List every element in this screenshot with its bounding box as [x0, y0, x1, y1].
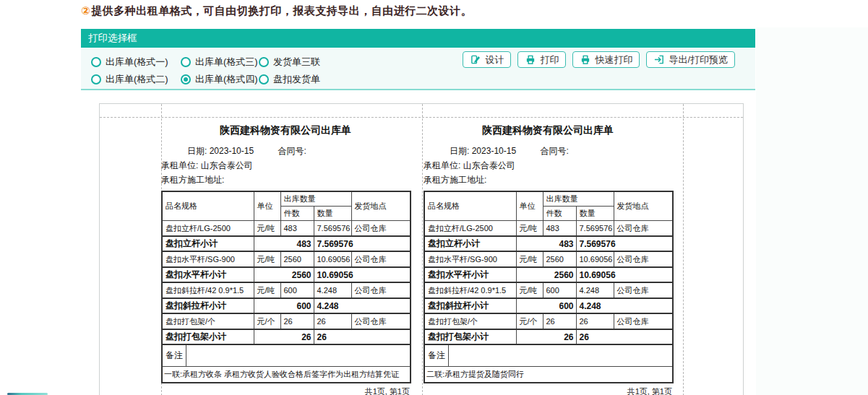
cell-subtotal-label: 盘扣立杆小计 [162, 236, 254, 251]
quick-print-button[interactable]: 快速打印 [572, 51, 640, 68]
lessee-line: 承租单位: 山东合泰公司 [161, 158, 410, 173]
cell-unit: 元/吨 [254, 282, 280, 298]
radio-icon[interactable] [181, 57, 191, 67]
radio-label: 出库单(格式二) [106, 73, 168, 86]
cell-quantity: 26 [314, 313, 351, 329]
cell-unit: 元/吨 [254, 221, 280, 237]
print-preview-page: 陕西建科物资有限公司出库单 日期: 2023-10-15 合同号: 承租单位: … [99, 103, 744, 395]
header-location: 发货地点 [614, 191, 673, 221]
cell-subtotal-label: 盘扣斜拉杆小计 [162, 298, 254, 313]
cell-subtotal-pieces: 483 [254, 236, 314, 251]
radio-icon[interactable] [259, 57, 269, 67]
radio-icon[interactable] [91, 74, 101, 84]
radio-label: 发货单三联 [273, 56, 320, 69]
cell-unit: 元/个 [254, 313, 280, 329]
table-subtotal-row: 盘扣打包架小计2626 [424, 329, 673, 344]
table-item-row: 盘扣打包架/个元/个2626公司仓库 [162, 313, 411, 329]
radio-selected-icon[interactable] [181, 74, 191, 84]
radio-label: 出库单(格式三) [195, 56, 258, 69]
date-label: 日期: [450, 146, 469, 156]
design-button-label: 设计 [485, 53, 504, 66]
table-item-row: 盘扣斜拉杆/42 0.9*1.5元/吨6004.248公司仓库 [424, 282, 673, 298]
cell-subtotal-quantity: 4.248 [314, 298, 411, 313]
table-item-row: 盘扣水平杆/SG-900元/吨256010.69056公司仓库 [162, 251, 411, 267]
print-button[interactable]: 打印 [517, 51, 566, 68]
cell-pieces: 26 [280, 313, 314, 329]
cell-subtotal-quantity: 4.248 [576, 298, 673, 313]
table-item-row: 盘扣立杆/LG-2500元/吨4837.569576公司仓库 [424, 221, 673, 237]
radio-label: 盘扣发货单 [273, 73, 320, 86]
table-subtotal-row: 盘扣斜拉杆小计6004.248 [424, 298, 673, 313]
delivery-note-copy-2: 陕西建科物资有限公司出库单 日期: 2023-10-15 合同号: 承租单位: … [424, 122, 672, 395]
cell-product: 盘扣斜拉杆/42 0.9*1.5 [162, 282, 254, 298]
header-quantity: 数量 [314, 207, 351, 221]
cell-subtotal-quantity: 26 [314, 329, 411, 344]
cell-quantity: 26 [576, 313, 614, 329]
design-button[interactable]: 设计 [463, 51, 511, 68]
remark-row: 备注 [162, 344, 411, 367]
cell-subtotal-label: 盘扣水平杆小计 [162, 267, 254, 282]
cell-product: 盘扣立杆/LG-2500 [424, 221, 516, 237]
export-print-preview-button[interactable]: 导出/打印预览 [646, 51, 735, 68]
cell-pieces: 2560 [543, 251, 576, 267]
export-icon [653, 54, 665, 65]
cell-unit: 元/吨 [254, 251, 280, 267]
cell-location: 公司仓库 [614, 221, 673, 237]
radio-icon[interactable] [259, 74, 269, 84]
cell-unit: 元/个 [516, 313, 543, 329]
cell-unit: 元/吨 [516, 282, 543, 298]
cell-product: 盘扣打包架/个 [162, 313, 254, 329]
table-item-row: 盘扣立杆/LG-2500元/吨4837.569576公司仓库 [162, 221, 411, 237]
cell-pieces: 600 [280, 282, 314, 298]
cell-subtotal-pieces: 2560 [254, 267, 314, 282]
cell-location: 公司仓库 [351, 313, 411, 329]
cell-quantity: 10.69056 [576, 251, 614, 267]
print-icon [525, 54, 536, 65]
panel-title: 打印选择框 [81, 29, 755, 48]
cell-product: 盘扣打包架/个 [424, 313, 516, 329]
margin-guide-right [683, 104, 684, 395]
cell-location: 公司仓库 [351, 221, 411, 237]
site-line: 承租方施工地址: [424, 173, 672, 187]
print-selection-panel: 打印选择框 出库单(格式一) 出库单(格式二) 出库单(格式三) 出库单(格式四… [81, 29, 755, 90]
header-product: 品名规格 [424, 191, 516, 221]
design-icon [470, 54, 481, 65]
header-pieces: 件数 [543, 207, 576, 221]
cell-pieces: 600 [543, 282, 576, 298]
radio-format-2[interactable]: 出库单(格式二) [91, 71, 181, 88]
cell-quantity: 7.569576 [576, 221, 614, 237]
cell-subtotal-pieces: 26 [516, 329, 576, 344]
cell-product: 盘扣水平杆/SG-900 [424, 251, 516, 267]
date-value: 2023-10-15 [472, 146, 516, 156]
document-title: 陕西建科物资有限公司出库单 [424, 124, 672, 137]
radio-panko-delivery[interactable]: 盘扣发货单 [259, 71, 367, 88]
cell-pieces: 26 [543, 313, 576, 329]
table-subtotal-row: 盘扣水平杆小计256010.69056 [424, 267, 673, 282]
table-item-row: 盘扣打包架/个元/个2626公司仓库 [424, 313, 673, 329]
site-line: 承租方施工地址: [161, 173, 410, 187]
lessee-line: 承租单位: 山东合泰公司 [424, 158, 672, 173]
quick-print-button-label: 快速打印 [595, 53, 632, 66]
radio-delivery-triple[interactable]: 发货单三联 [259, 53, 367, 71]
cell-subtotal-label: 盘扣立杆小计 [424, 236, 516, 251]
radio-format-1[interactable]: 出库单(格式一) [91, 53, 181, 71]
cell-subtotal-quantity: 10.69056 [576, 267, 673, 282]
table-item-row: 盘扣斜拉杆/42 0.9*1.5元/吨6004.248公司仓库 [162, 282, 411, 298]
cell-pieces: 483 [543, 221, 576, 237]
feature-annotation: ②提供多种出租单格式，可自由切换打印，报表支持导出，自由进行二次设计。 [81, 4, 472, 18]
header-pieces: 件数 [280, 207, 314, 221]
cell-pieces: 2560 [280, 251, 314, 267]
copy-note: 一联:承租方收条 承租方收货人验收合格后签字作为出租方结算凭证 [162, 367, 411, 383]
table-subtotal-row: 盘扣打包架小计2626 [162, 329, 411, 344]
radio-format-4[interactable]: 出库单(格式四) [181, 71, 259, 88]
radio-label: 出库单(格式四) [195, 73, 258, 86]
copy-note: 二联:承租方提货及随货同行 [424, 367, 673, 383]
header-location: 发货地点 [351, 191, 411, 221]
cell-subtotal-quantity: 7.569576 [314, 236, 411, 251]
document-title: 陕西建科物资有限公司出库单 [161, 124, 410, 137]
radio-icon[interactable] [91, 57, 101, 67]
table-subtotal-row: 盘扣斜拉杆小计6004.248 [162, 298, 411, 313]
cell-quantity: 4.248 [576, 282, 614, 298]
cell-location: 公司仓库 [614, 251, 673, 267]
radio-format-3[interactable]: 出库单(格式三) [181, 53, 259, 71]
